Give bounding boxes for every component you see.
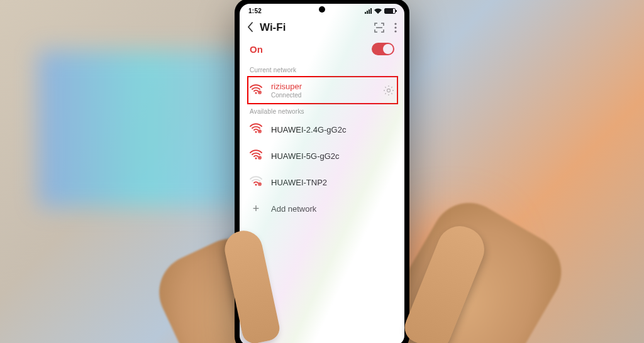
back-button[interactable] (247, 22, 253, 34)
current-network-status: Connected (271, 92, 374, 99)
add-network-row[interactable]: + Add network (240, 195, 404, 222)
svg-rect-12 (259, 157, 260, 158)
network-ssid: HUAWEI-2.4G-gG2c (271, 125, 394, 134)
wifi-toggle-switch[interactable] (372, 43, 394, 55)
svg-rect-9 (259, 131, 260, 132)
camera-notch (319, 6, 325, 13)
status-right (365, 8, 396, 14)
header: Wi-Fi (240, 18, 404, 36)
available-network-row[interactable]: HUAWEI-5G-gG2c (240, 143, 404, 169)
network-settings-button[interactable] (383, 85, 394, 96)
wifi-icon (250, 176, 262, 188)
svg-point-2 (394, 30, 396, 32)
wifi-icon (250, 150, 262, 162)
current-network-section-label: Current network (240, 64, 404, 75)
svg-point-3 (255, 92, 257, 94)
page-title: Wi-Fi (260, 21, 368, 34)
network-ssid: HUAWEI-TNP2 (271, 178, 394, 187)
status-bar: 1:52 (240, 4, 404, 18)
signal-icon (365, 8, 372, 14)
available-network-row[interactable]: HUAWEI-2.4G-gG2c (240, 116, 404, 143)
svg-point-6 (387, 89, 391, 92)
battery-icon (384, 8, 396, 14)
available-networks-section-label: Available networks (240, 106, 404, 116)
wifi-toggle-row[interactable]: On (240, 36, 404, 64)
plus-icon: + (250, 202, 262, 215)
svg-point-10 (255, 158, 257, 160)
add-network-label: Add network (271, 204, 316, 214)
network-ssid: HUAWEI-5G-gG2c (271, 151, 394, 161)
current-network-ssid: rizisuper (271, 82, 374, 91)
qr-scan-icon[interactable] (374, 23, 384, 33)
svg-point-0 (394, 23, 396, 24)
wifi-icon (250, 84, 262, 97)
svg-point-7 (255, 131, 257, 133)
current-network-row[interactable]: rizisuper Connected (240, 75, 404, 106)
wifi-icon (250, 123, 262, 136)
available-network-row[interactable]: HUAWEI-TNP2 (240, 169, 404, 195)
background-tv (38, 50, 252, 207)
more-options-icon[interactable] (394, 23, 397, 33)
svg-rect-5 (259, 92, 260, 93)
svg-point-13 (255, 184, 257, 186)
svg-rect-15 (259, 183, 260, 185)
wifi-status-icon (374, 8, 382, 14)
svg-point-1 (394, 26, 396, 28)
wifi-toggle-label: On (250, 44, 263, 55)
status-time: 1:52 (248, 8, 262, 14)
